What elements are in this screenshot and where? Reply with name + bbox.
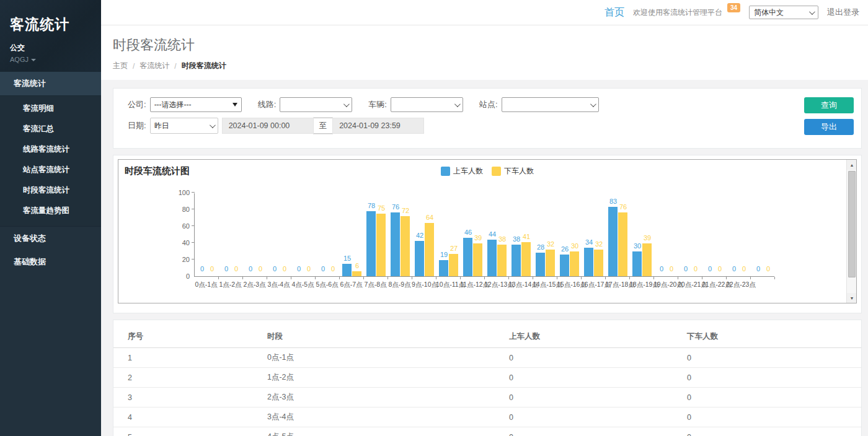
sidebar-subitem-1[interactable]: 客流汇总 bbox=[0, 119, 101, 139]
bar-boarding[interactable] bbox=[391, 212, 400, 276]
query-button[interactable]: 查询 bbox=[804, 97, 854, 113]
sidebar-item-2[interactable]: 基础数据 bbox=[0, 250, 101, 274]
bar-value-label: 76 bbox=[615, 203, 631, 211]
sidebar-item-0[interactable]: 客流统计 bbox=[0, 71, 101, 96]
table-cell: 0 bbox=[495, 408, 673, 427]
table-row[interactable]: 54点-5点00 bbox=[113, 427, 861, 436]
y-tick-label: 0 bbox=[171, 272, 190, 280]
station-select[interactable] bbox=[502, 97, 599, 112]
legend-label: 下车人数 bbox=[504, 166, 534, 177]
export-button[interactable]: 导出 bbox=[804, 119, 854, 135]
bar-alighting[interactable] bbox=[618, 212, 627, 276]
legend-swatch-icon bbox=[441, 167, 450, 176]
bar-boarding[interactable] bbox=[536, 253, 545, 276]
caret-down-icon bbox=[232, 103, 237, 107]
table-row[interactable]: 10点-1点00 bbox=[113, 348, 861, 368]
x-axis-label: 7点-8点 bbox=[363, 281, 388, 289]
breadcrumb-section[interactable]: 客流统计 bbox=[140, 61, 169, 71]
table-row[interactable]: 21点-2点00 bbox=[113, 368, 861, 388]
date-preset-value: 昨日 bbox=[154, 121, 169, 131]
bar-alighting[interactable] bbox=[376, 214, 386, 276]
sidebar-subitem-5[interactable]: 客流量趋势图 bbox=[0, 201, 101, 221]
bar-boarding[interactable] bbox=[512, 245, 521, 276]
bar-boarding[interactable] bbox=[608, 207, 618, 276]
notification-badge[interactable]: 34 bbox=[727, 3, 740, 12]
sidebar-subitem-2[interactable]: 线路客流统计 bbox=[0, 139, 101, 160]
legend-item[interactable]: 下车人数 bbox=[492, 166, 534, 177]
table-cell: 0 bbox=[495, 427, 673, 436]
date-to-input[interactable]: 2024-01-09 23:59 bbox=[332, 118, 424, 134]
sidebar-item-1[interactable]: 设备状态 bbox=[0, 227, 101, 250]
org-code-dropdown[interactable]: AQGJ bbox=[10, 56, 91, 63]
bar-alighting[interactable] bbox=[401, 216, 410, 276]
table-row[interactable]: 43点-4点00 bbox=[113, 408, 861, 427]
breadcrumb-home[interactable]: 主页 bbox=[113, 61, 128, 71]
bar-boarding[interactable] bbox=[632, 251, 642, 277]
bar-boarding[interactable] bbox=[439, 260, 448, 276]
x-tick-mark bbox=[267, 277, 267, 279]
bar-boarding[interactable] bbox=[487, 240, 497, 276]
logout-link[interactable]: 退出登录 bbox=[827, 7, 859, 18]
scroll-down-arrow-icon[interactable]: ▼ bbox=[847, 293, 857, 303]
sidebar-subitem-3[interactable]: 站点客流统计 bbox=[0, 160, 101, 180]
bar-value-label: 0 bbox=[325, 265, 341, 272]
line-select[interactable] bbox=[280, 97, 352, 112]
date-preset-select[interactable]: 昨日 bbox=[150, 118, 218, 134]
table-row[interactable]: 32点-3点00 bbox=[113, 388, 861, 408]
bar-group: 00 bbox=[751, 193, 775, 276]
x-tick-mark bbox=[508, 277, 509, 279]
bar-alighting[interactable] bbox=[449, 254, 458, 276]
date-range-separator: 至 bbox=[314, 118, 333, 134]
bar-alighting[interactable] bbox=[425, 223, 434, 276]
sidebar-nav: 客流统计客流明细客流汇总线路客流统计站点客流统计时段客流统计客流量趋势图设备状态… bbox=[0, 71, 101, 274]
x-tick-mark bbox=[484, 277, 485, 279]
table-header-cell: 下车人数 bbox=[673, 326, 861, 348]
bar-boarding[interactable] bbox=[463, 238, 472, 276]
x-axis-label: 22点-23点 bbox=[726, 281, 750, 289]
table-header-cell: 序号 bbox=[113, 326, 253, 348]
bar-group: 00 bbox=[195, 193, 219, 276]
topbar: 首页 欢迎使用客流统计管理平台 34 简体中文 退出登录 bbox=[101, 0, 868, 25]
sidebar-subitem-0[interactable]: 客流明细 bbox=[0, 98, 101, 119]
bar-group: 00 bbox=[702, 193, 727, 276]
date-from-input[interactable]: 2024-01-09 00:00 bbox=[222, 118, 314, 134]
page-heading: 时段客流统计 主页 / 客流统计 / 时段客流统计 bbox=[101, 25, 868, 80]
app-title: 客流统计 bbox=[10, 15, 91, 34]
x-axis-label: 12点-13点 bbox=[484, 281, 508, 289]
sidebar-subitem-4[interactable]: 时段客流统计 bbox=[0, 180, 101, 201]
bar-alighting[interactable] bbox=[521, 242, 531, 276]
vehicle-select[interactable] bbox=[391, 97, 463, 112]
y-tick-label: 40 bbox=[171, 239, 190, 246]
x-axis-label: 6点-7点 bbox=[339, 281, 363, 289]
bar-alighting[interactable] bbox=[546, 250, 555, 276]
bar-boarding[interactable] bbox=[415, 241, 424, 276]
scrollbar-thumb[interactable] bbox=[848, 171, 856, 277]
x-axis-label: 8点-9点 bbox=[388, 281, 412, 289]
language-select[interactable]: 简体中文 bbox=[749, 6, 818, 19]
table-cell: 0点-1点 bbox=[253, 348, 495, 368]
chart-vertical-scrollbar[interactable]: ▲ ▼ bbox=[846, 160, 856, 303]
bar-alighting[interactable] bbox=[594, 250, 603, 276]
bar-alighting[interactable] bbox=[473, 243, 482, 276]
x-tick-mark bbox=[629, 277, 630, 279]
bar-boarding[interactable] bbox=[560, 255, 569, 276]
bar-alighting[interactable] bbox=[497, 245, 507, 276]
bar-boarding[interactable] bbox=[366, 211, 376, 276]
legend-item[interactable]: 上车人数 bbox=[441, 166, 483, 177]
x-tick-mark bbox=[581, 277, 582, 279]
bar-alighting[interactable] bbox=[352, 271, 361, 276]
x-axis-label: 2点-3点 bbox=[242, 281, 267, 289]
bar-group: 2630 bbox=[557, 193, 582, 276]
bar-alighting[interactable] bbox=[642, 243, 652, 276]
table-cell: 3点-4点 bbox=[253, 408, 495, 427]
scroll-up-arrow-icon[interactable]: ▲ bbox=[847, 160, 857, 170]
x-tick-mark bbox=[363, 277, 364, 279]
bar-group: 4438 bbox=[485, 193, 509, 276]
home-link[interactable]: 首页 bbox=[604, 6, 624, 19]
company-select[interactable]: ---请选择--- bbox=[150, 97, 242, 112]
bar-value-label: 15 bbox=[339, 255, 355, 262]
bar-boarding[interactable] bbox=[584, 248, 593, 276]
bar-group: 00 bbox=[654, 193, 678, 276]
bar-alighting[interactable] bbox=[570, 251, 579, 277]
x-tick-mark bbox=[291, 277, 291, 279]
